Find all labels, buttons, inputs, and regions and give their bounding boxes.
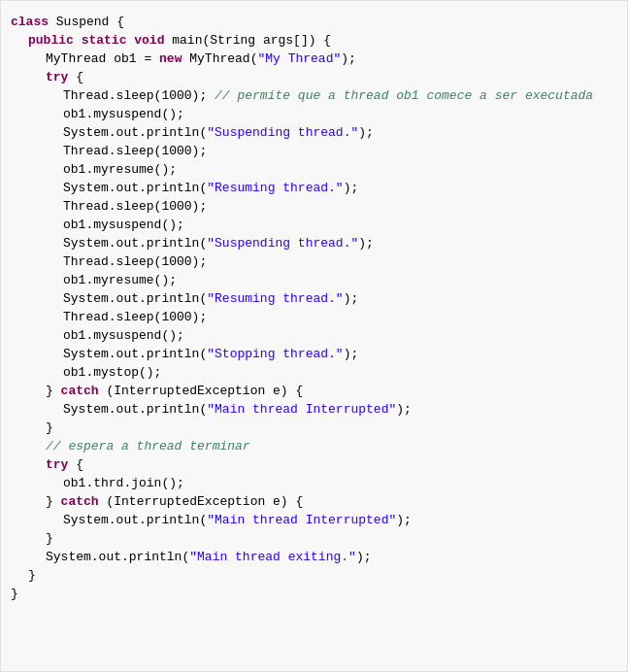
code-line: try { bbox=[1, 455, 627, 474]
code-token-plain: ); bbox=[341, 50, 356, 68]
code-token-comment: // permite que a thread ob1 comece a ser… bbox=[215, 86, 593, 105]
code-line: // espera a thread terminar bbox=[1, 437, 627, 455]
code-token-plain: System.out.println( bbox=[63, 234, 207, 252]
code-token-plain: } bbox=[28, 566, 36, 585]
code-token-plain: System.out.println( bbox=[63, 511, 207, 529]
code-token-kw: catch bbox=[61, 492, 99, 511]
code-token-plain: Thread.sleep(1000); bbox=[63, 252, 207, 271]
code-token-plain: ); bbox=[344, 179, 359, 197]
code-token-plain: ); bbox=[356, 548, 372, 566]
code-line: Thread.sleep(1000); bbox=[1, 197, 627, 216]
code-token-plain bbox=[74, 31, 82, 50]
code-token-plain: } bbox=[46, 382, 61, 400]
code-line: MyThread ob1 = new MyThread("My Thread")… bbox=[1, 50, 627, 68]
code-token-plain: ob1.myresume(); bbox=[63, 160, 177, 179]
code-token-plain: Suspend { bbox=[49, 13, 124, 31]
code-token-plain: ob1.mysuspend(); bbox=[63, 216, 184, 234]
code-token-plain: System.out.println( bbox=[63, 345, 207, 363]
code-token-kw: try bbox=[46, 68, 68, 86]
code-line: System.out.println("Suspending thread.")… bbox=[1, 234, 627, 252]
code-token-plain: ); bbox=[344, 345, 359, 363]
code-token-kw: static bbox=[82, 31, 127, 50]
code-line: System.out.println("Main thread Interrup… bbox=[1, 511, 627, 529]
code-token-plain: Thread.sleep(1000); bbox=[63, 142, 207, 160]
code-token-plain: } bbox=[46, 492, 61, 511]
code-token-plain: (InterruptedException e) { bbox=[99, 492, 304, 511]
code-line: } catch (InterruptedException e) { bbox=[1, 492, 627, 511]
code-token-plain: Thread.sleep(1000); bbox=[63, 86, 215, 105]
code-token-plain: ob1.mysuspend(); bbox=[63, 326, 184, 345]
code-token-plain: System.out.println( bbox=[63, 400, 207, 419]
code-token-plain bbox=[126, 31, 134, 50]
code-token-plain: } bbox=[46, 529, 53, 548]
code-token-string: "Main thread Interrupted" bbox=[207, 400, 396, 419]
code-line: System.out.println("Main thread exiting.… bbox=[1, 548, 627, 566]
code-line: System.out.println("Main thread Interrup… bbox=[1, 400, 627, 419]
code-token-plain: main(String args[]) { bbox=[164, 31, 331, 50]
code-token-plain: ); bbox=[396, 511, 412, 529]
code-token-plain: } bbox=[46, 419, 53, 437]
code-line: try { bbox=[1, 68, 627, 86]
code-token-plain: ); bbox=[396, 400, 412, 419]
code-token-plain: } bbox=[11, 585, 18, 603]
code-token-plain: { bbox=[68, 455, 83, 474]
code-token-plain: MyThread ob1 = bbox=[46, 50, 159, 68]
code-token-string: "Suspending thread." bbox=[207, 234, 358, 252]
code-token-plain: ob1.mysuspend(); bbox=[63, 105, 184, 123]
code-token-plain: Thread.sleep(1000); bbox=[63, 308, 207, 326]
code-token-plain: ); bbox=[358, 234, 374, 252]
code-token-string: "My Thread" bbox=[257, 50, 341, 68]
code-token-comment: // espera a thread terminar bbox=[46, 437, 250, 455]
code-token-plain: { bbox=[68, 68, 83, 86]
code-line: System.out.println("Suspending thread.")… bbox=[1, 123, 627, 142]
code-token-string: "Suspending thread." bbox=[207, 123, 358, 142]
code-token-kw: void bbox=[134, 31, 164, 50]
code-token-string: "Main thread Interrupted" bbox=[207, 511, 396, 529]
code-line: public static void main(String args[]) { bbox=[1, 31, 627, 50]
code-token-plain: ); bbox=[344, 289, 359, 308]
code-line: System.out.println("Stopping thread."); bbox=[1, 345, 627, 363]
code-token-plain: ob1.myresume(); bbox=[63, 271, 177, 289]
code-token-plain: (InterruptedException e) { bbox=[99, 382, 304, 400]
code-line: class Suspend { bbox=[1, 13, 627, 31]
code-token-plain: ob1.thrd.join(); bbox=[63, 474, 184, 492]
code-editor: class Suspend {public static void main(S… bbox=[0, 0, 628, 672]
code-token-kw: public bbox=[28, 31, 74, 50]
code-line: System.out.println("Resuming thread."); bbox=[1, 179, 627, 197]
code-token-plain: Thread.sleep(1000); bbox=[63, 197, 207, 216]
code-line: Thread.sleep(1000); bbox=[1, 142, 627, 160]
code-line: Thread.sleep(1000); bbox=[1, 308, 627, 326]
code-line: ob1.mysuspend(); bbox=[1, 216, 627, 234]
code-line: Thread.sleep(1000); bbox=[1, 252, 627, 271]
code-line: } bbox=[1, 566, 627, 585]
code-line: } catch (InterruptedException e) { bbox=[1, 382, 627, 400]
code-line: } bbox=[1, 529, 627, 548]
code-token-plain: System.out.println( bbox=[63, 179, 207, 197]
code-line: } bbox=[1, 585, 627, 603]
code-token-string: "Resuming thread." bbox=[207, 179, 343, 197]
code-token-plain: System.out.println( bbox=[63, 289, 207, 308]
code-line: ob1.myresume(); bbox=[1, 271, 627, 289]
code-token-plain: ); bbox=[358, 123, 374, 142]
code-token-string: "Stopping thread." bbox=[207, 345, 343, 363]
code-line: ob1.myresume(); bbox=[1, 160, 627, 179]
code-line: ob1.thrd.join(); bbox=[1, 474, 627, 492]
code-token-string: "Main thread exiting." bbox=[189, 548, 356, 566]
code-token-plain: System.out.println( bbox=[63, 123, 207, 142]
code-token-plain: System.out.println( bbox=[46, 548, 189, 566]
code-line: ob1.mystop(); bbox=[1, 363, 627, 382]
code-token-string: "Resuming thread." bbox=[207, 289, 343, 308]
code-token-kw: class bbox=[11, 13, 49, 31]
code-token-kw: new bbox=[159, 50, 182, 68]
code-line: ob1.mysuspend(); bbox=[1, 326, 627, 345]
code-token-kw: try bbox=[46, 455, 68, 474]
code-line: } bbox=[1, 419, 627, 437]
code-token-kw: catch bbox=[61, 382, 99, 400]
code-token-plain: MyThread( bbox=[182, 50, 257, 68]
code-line: Thread.sleep(1000); // permite que a thr… bbox=[1, 86, 627, 105]
code-token-plain: ob1.mystop(); bbox=[63, 363, 161, 382]
code-line: System.out.println("Resuming thread."); bbox=[1, 289, 627, 308]
code-line: ob1.mysuspend(); bbox=[1, 105, 627, 123]
